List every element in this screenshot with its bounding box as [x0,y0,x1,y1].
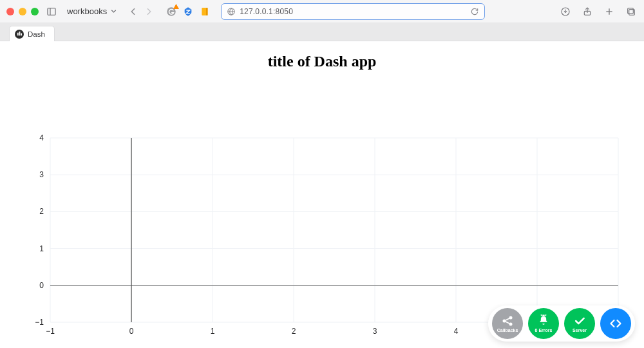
extension-grammarly-icon[interactable] [166,6,177,17]
chart-graph[interactable]: −101234−10123456 [0,131,644,299]
extension-notes-icon[interactable] [199,6,211,17]
svg-text:−1: −1 [46,327,55,336]
zoom-window-button[interactable] [31,8,39,15]
svg-text:0: 0 [39,281,44,290]
svg-text:3: 3 [373,327,377,336]
devtools-errors-button[interactable]: 0 Errors [528,308,559,339]
svg-point-46 [503,320,506,323]
svg-text:2: 2 [292,327,296,336]
devtools-server-label: Server [573,328,587,333]
devtools-callbacks-label: Callbacks [497,328,518,333]
svg-rect-15 [21,34,22,36]
svg-rect-0 [48,8,55,15]
svg-text:3: 3 [39,170,44,179]
chevron-down-icon [111,8,117,14]
svg-text:1: 1 [39,244,44,253]
minimize-window-button[interactable] [19,8,26,15]
page-content: title of Dash app −101234−10123456 Callb… [0,41,644,348]
share-nodes-icon [501,314,514,327]
window-controls [6,8,39,15]
devtools-server-button[interactable]: Server [564,308,595,339]
devtools-callbacks-button[interactable]: Callbacks [492,308,523,339]
svg-line-50 [541,314,542,315]
svg-rect-4 [206,8,208,15]
svg-text:−1: −1 [35,318,44,327]
bookmark-folder-label: workbooks [67,6,107,16]
dash-devtools: Callbacks 0 Errors Server [488,305,635,342]
browser-toolbar: workbooks 127.0.0.1:8050 [0,0,644,23]
svg-point-48 [509,323,513,326]
svg-point-47 [509,316,513,320]
sidebar-toggle-icon[interactable] [45,5,58,18]
globe-icon [227,7,236,16]
svg-text:2: 2 [39,207,44,216]
svg-rect-14 [19,32,20,35]
check-icon [573,314,586,327]
address-bar[interactable]: 127.0.0.1:8050 [221,3,485,20]
forward-button[interactable] [142,5,155,18]
devtools-toggle-button[interactable] [600,308,631,339]
downloads-icon[interactable] [559,5,572,18]
svg-text:0: 0 [129,327,134,336]
devtools-errors-label: 0 Errors [535,328,553,333]
extension-zotero-icon[interactable] [182,6,194,17]
bell-icon [537,314,550,327]
address-bar-url: 127.0.0.1:8050 [240,7,466,16]
code-icon [609,317,622,330]
bookmark-folder[interactable]: workbooks [67,6,117,16]
back-button[interactable] [127,5,140,18]
svg-text:4: 4 [454,327,459,336]
svg-text:1: 1 [211,327,215,336]
tab-strip: Dash [0,23,644,41]
reload-icon[interactable] [470,7,479,16]
close-window-button[interactable] [6,8,14,15]
tab-overview-icon[interactable] [625,5,638,18]
dash-favicon-icon [15,30,24,39]
new-tab-icon[interactable] [603,5,616,18]
browser-tab-dash[interactable]: Dash [9,26,55,41]
svg-rect-11 [629,9,635,15]
svg-rect-13 [17,33,18,36]
browser-tab-label: Dash [28,30,45,38]
share-icon[interactable] [581,5,594,18]
svg-line-51 [545,314,547,315]
svg-text:4: 4 [39,133,44,142]
page-title: title of Dash app [0,41,644,70]
svg-rect-12 [628,8,634,14]
